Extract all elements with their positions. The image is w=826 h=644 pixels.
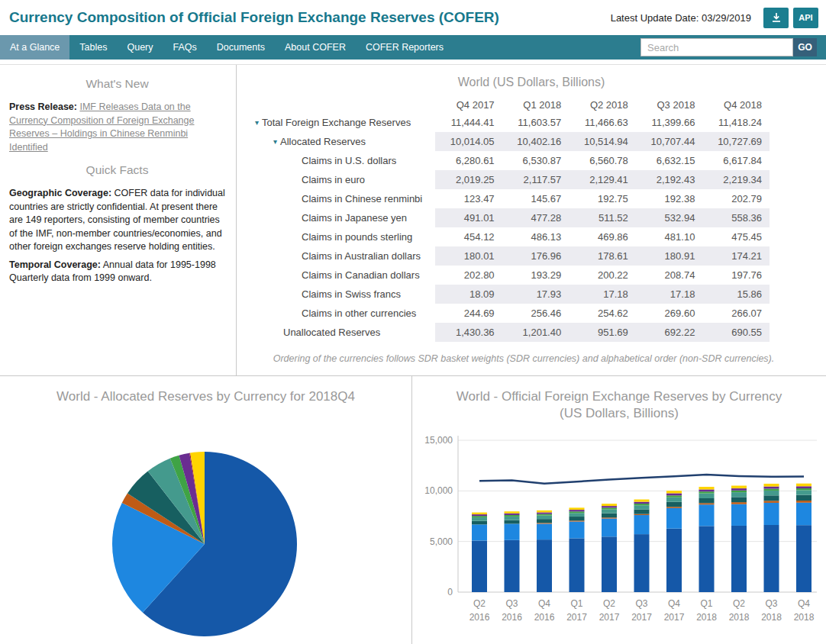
bar-segment-claims-in-japanese-yen — [699, 498, 715, 503]
x-tick-quarter: Q2 — [603, 598, 615, 609]
nav-tab-cofer-reporters[interactable]: COFER Reporters — [356, 35, 453, 60]
value-cell: 11,603.57 — [502, 117, 569, 128]
value-cell: 6,617.84 — [702, 155, 770, 166]
pie-chart-panel: World - Allocated Reserves by Currency f… — [0, 376, 412, 644]
value-cell: 511.52 — [569, 212, 636, 224]
value-cell: 202.80 — [435, 269, 502, 281]
bar-segment-claims-in-australian-dollars — [666, 495, 682, 497]
value-cell: 692.22 — [636, 327, 703, 338]
value-cell: 475.45 — [702, 231, 770, 243]
geographic-coverage-text: Geographic Coverage: COFER data for indi… — [9, 187, 225, 254]
bar-segment-claims-in-canadian-dollars — [699, 489, 715, 491]
table-header-row: Q4 2017Q1 2018Q2 2018Q3 2018Q4 2018 — [252, 96, 770, 113]
value-cell: 2,192.43 — [636, 174, 703, 185]
bar-segment-claims-in-japanese-yen — [796, 494, 811, 500]
bar-segment-claims-in-australian-dollars — [569, 511, 585, 513]
value-cell: 10,707.44 — [636, 136, 703, 147]
value-cell: 197.76 — [702, 269, 770, 281]
x-tick-year: 2018 — [696, 612, 717, 623]
bar-segment-claims-in-pounds-sterling — [569, 513, 585, 517]
download-button[interactable] — [763, 8, 789, 28]
value-cell: 11,466.63 — [569, 117, 636, 128]
nav-tab-query[interactable]: Query — [117, 35, 163, 60]
value-cell: 180.91 — [636, 250, 703, 262]
bar-segment-claims-in-japanese-yen — [569, 517, 585, 520]
bar-segment-claims-in-chinese-renminbi — [731, 502, 747, 504]
x-tick-quarter: Q2 — [473, 598, 486, 609]
total-reserves-line — [479, 475, 804, 484]
value-cell: 491.01 — [435, 212, 502, 224]
value-cell: 256.46 — [502, 308, 569, 319]
value-cell: 532.94 — [636, 212, 703, 224]
row-label: Total Foreign Exchange Reserves — [262, 117, 411, 128]
row-values: 202.80193.29200.22208.74197.76 — [435, 266, 770, 285]
value-cell: 17.93 — [502, 288, 569, 300]
column-header-q4-2017: Q4 2017 — [435, 99, 502, 111]
bar-segment-claims-in-australian-dollars — [796, 488, 811, 490]
bar-segment-claims-in-other-currencies — [569, 507, 585, 510]
search-input[interactable] — [640, 38, 793, 56]
column-header-q3-2018: Q3 2018 — [636, 99, 703, 111]
top-content: What's New Press Release: IMF Releases D… — [0, 64, 826, 376]
api-button[interactable]: API — [793, 8, 818, 28]
value-cell: 1,430.36 — [435, 327, 502, 338]
bar-segment-claims-in-pounds-sterling — [666, 497, 682, 501]
chevron-down-icon[interactable]: ▾ — [255, 119, 259, 127]
nav-tab-at-a-glance[interactable]: At a Glance — [0, 35, 69, 60]
row-values: 6,280.616,530.876,560.786,632.156,617.84 — [435, 151, 770, 170]
latest-update-label: Latest Update Date: — [611, 12, 699, 24]
bar-segment-claims-in-euro — [764, 502, 779, 524]
value-cell: 2,219.34 — [702, 174, 770, 185]
table-body: ▾Total Foreign Exchange Reserves11,444.4… — [252, 113, 770, 342]
value-cell: 6,530.87 — [502, 155, 569, 166]
latest-update-date: 03/29/2019 — [702, 12, 751, 24]
value-cell: 10,014.05 — [435, 136, 502, 147]
bar-chart-title: World - Official Foreign Exchange Reserv… — [418, 388, 820, 422]
bar-segment-claims-in-u-s-dollars — [537, 539, 552, 592]
row-label: Unallocated Reserves — [283, 327, 380, 338]
y-tick-label: 5,000 — [430, 536, 453, 546]
x-tick-quarter: Q4 — [798, 598, 810, 609]
nav-tab-about-cofer[interactable]: About COFER — [275, 35, 356, 60]
x-tick-year: 2017 — [599, 612, 620, 623]
x-tick-year: 2017 — [664, 612, 685, 623]
bar-segment-claims-in-chinese-renminbi — [569, 520, 585, 521]
bar-segment-claims-in-japanese-yen — [634, 509, 650, 514]
table-row-claims-in-australian-dollars: Claims in Australian dollars180.01176.96… — [252, 246, 770, 266]
bar-segment-claims-in-euro — [666, 507, 682, 528]
row-label: Claims in Swiss francs — [302, 288, 401, 300]
search-go-button[interactable]: GO — [793, 38, 817, 56]
x-tick-quarter: Q3 — [765, 598, 777, 609]
x-tick-year: 2018 — [729, 612, 750, 623]
reserves-table: Q4 2017Q1 2018Q2 2018Q3 2018Q4 2018 ▾Tot… — [252, 96, 770, 342]
bar-segment-claims-in-u-s-dollars — [699, 526, 715, 592]
bar-segment-claims-in-other-currencies — [472, 512, 487, 514]
bar-segment-claims-in-u-s-dollars — [796, 525, 811, 592]
x-tick-year: 2016 — [534, 612, 555, 623]
nav-tab-tables[interactable]: Tables — [69, 35, 117, 60]
nav-tab-faqs[interactable]: FAQs — [163, 35, 207, 60]
nav-tab-documents[interactable]: Documents — [207, 35, 275, 60]
bar-segment-claims-in-u-s-dollars — [472, 540, 487, 592]
bar-segment-claims-in-euro — [472, 524, 487, 540]
value-cell: 193.29 — [502, 269, 569, 281]
value-cell: 269.60 — [636, 308, 703, 319]
bar-segment-claims-in-other-currencies — [699, 487, 715, 489]
bar-segment-claims-in-u-s-dollars — [634, 534, 650, 592]
x-tick-year: 2018 — [761, 612, 782, 623]
value-cell: 17.18 — [636, 288, 703, 300]
chevron-down-icon[interactable]: ▾ — [273, 138, 277, 146]
y-tick-label: 0 — [447, 587, 453, 597]
bar-segment-claims-in-australian-dollars — [472, 516, 487, 517]
bar-segment-claims-in-u-s-dollars — [764, 525, 779, 592]
value-cell: 486.13 — [502, 231, 569, 243]
bar-segment-claims-in-canadian-dollars — [796, 486, 811, 488]
bar-segment-claims-in-japanese-yen — [505, 520, 520, 523]
value-cell: 10,402.16 — [502, 136, 569, 147]
table-footnote: Ordering of the currencies follows SDR b… — [244, 353, 803, 364]
row-label: Claims in Canadian dollars — [302, 269, 420, 281]
pie-chart — [0, 407, 411, 640]
table-row-total-foreign-exchange-reserves: ▾Total Foreign Exchange Reserves11,444.4… — [252, 113, 770, 132]
geographic-coverage-label: Geographic Coverage: — [9, 188, 111, 198]
table-row-claims-in-japanese-yen: Claims in Japanese yen491.01477.28511.52… — [252, 208, 770, 227]
